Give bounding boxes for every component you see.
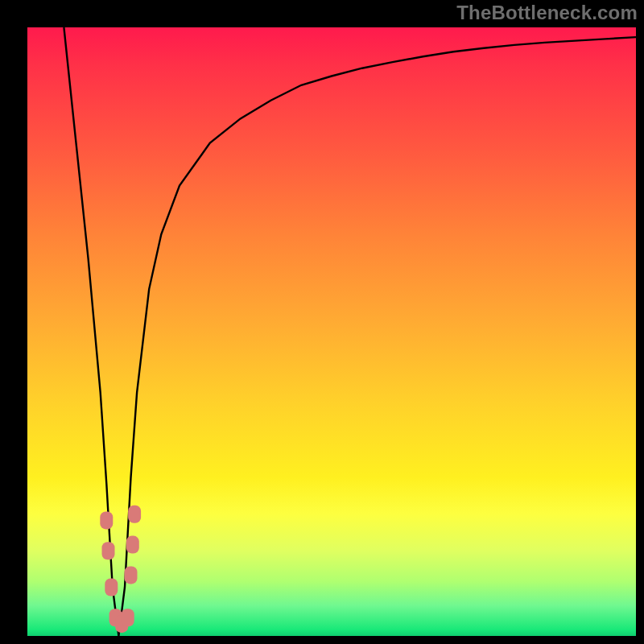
chart-frame: TheBottleneck.com (0, 0, 644, 644)
data-marker (125, 566, 138, 584)
data-marker (100, 511, 113, 529)
watermark-text: TheBottleneck.com (456, 2, 638, 24)
bottleneck-curve (64, 27, 636, 636)
chart-svg (27, 27, 636, 636)
data-marker (122, 609, 134, 626)
data-marker (126, 536, 139, 554)
data-marker (105, 579, 118, 597)
chart-plot-area (27, 27, 636, 636)
data-marker (102, 542, 115, 559)
data-markers (100, 506, 141, 633)
data-marker (128, 506, 141, 523)
